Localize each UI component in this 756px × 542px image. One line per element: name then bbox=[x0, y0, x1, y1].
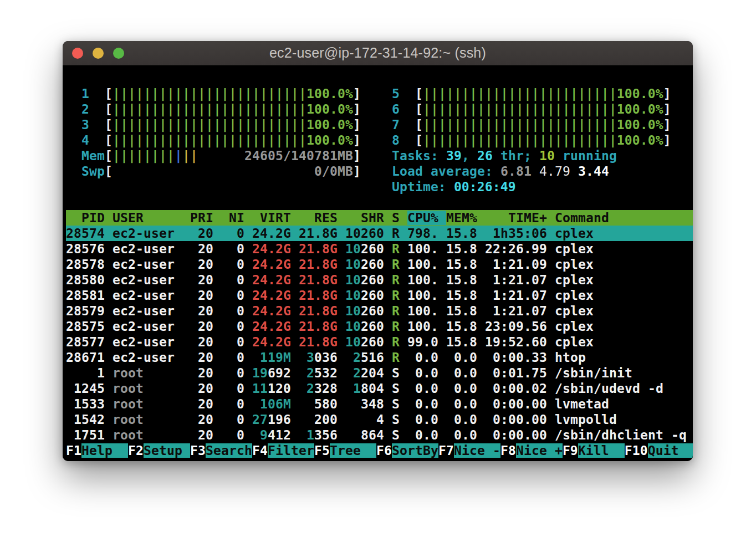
memory-meter: Mem[||||||||||| 24605/140781MB] bbox=[66, 149, 361, 163]
process-row-28671[interactable]: 28671 ec2-user 20 0 119M 3036 2516 R 0.0… bbox=[66, 350, 693, 365]
function-key-bar: F1Help F2Setup F3SearchF4FilterF5Tree F6… bbox=[66, 443, 693, 458]
column-header-cmd[interactable]: Command bbox=[555, 211, 609, 225]
fkey-action-label: Nice - bbox=[454, 443, 500, 458]
terminal-screen[interactable]: 1 [|||||||||||||||||||||||||100.0%] 5 [|… bbox=[63, 65, 693, 461]
fkey-f6-sortby[interactable]: F6SortBy bbox=[376, 443, 438, 458]
cpu-meter-1: 1 [|||||||||||||||||||||||||100.0%] bbox=[66, 86, 361, 101]
process-row-28574[interactable]: 28574 ec2-user 20 0 24.2G 21.8G 10260 R … bbox=[66, 226, 693, 241]
column-header-s[interactable]: S bbox=[392, 211, 407, 225]
process-row-1245[interactable]: 1245 root 20 0 11120 2328 1804 S 0.0 0.0… bbox=[66, 381, 693, 396]
fkey-number: F7 bbox=[438, 443, 454, 458]
fkey-action-label: Search bbox=[206, 443, 252, 458]
process-row-28579[interactable]: 28579 ec2-user 20 0 24.2G 21.8G 10260 R … bbox=[66, 303, 693, 319]
fkey-f1-help[interactable]: F1Help bbox=[66, 443, 128, 458]
column-header-res[interactable]: RES bbox=[299, 211, 345, 225]
cpu-meters-row-4-8: 4 [|||||||||||||||||||||||||100.0%] 8 [|… bbox=[66, 132, 693, 148]
cpu-meters-row-1-5: 1 [|||||||||||||||||||||||||100.0%] 5 [|… bbox=[66, 86, 693, 101]
fkey-number: F9 bbox=[563, 443, 578, 458]
fkey-number: F4 bbox=[252, 443, 268, 458]
column-header-pid[interactable]: PID bbox=[66, 211, 113, 225]
tasks-summary: Tasks: 39, 26 thr; 10 running bbox=[361, 149, 617, 163]
cpu-meter-7: 7 [|||||||||||||||||||||||||100.0%] bbox=[361, 117, 671, 132]
swap-meter-and-load: Swp[ 0/0MB] Load average: 6.81 4.79 3.44 bbox=[66, 163, 693, 179]
fkey-f4-filter[interactable]: F4Filter bbox=[252, 443, 314, 458]
cpu-meter-8: 8 [|||||||||||||||||||||||||100.0%] bbox=[361, 133, 671, 147]
cpu-meters-row-3-7: 3 [|||||||||||||||||||||||||100.0%] 7 [|… bbox=[66, 117, 693, 132]
fkey-action-label: Nice + bbox=[516, 443, 563, 458]
spacer-line bbox=[66, 195, 693, 210]
process-row-1533[interactable]: 1533 root 20 0 106M 580 348 S 0.0 0.0 0:… bbox=[66, 396, 693, 412]
fkey-action-label: Help bbox=[81, 443, 128, 458]
process-row-1751[interactable]: 1751 root 20 0 9412 1356 864 S 0.0 0.0 0… bbox=[66, 427, 693, 443]
fkey-f5-tree[interactable]: F5Tree bbox=[314, 443, 376, 458]
close-button[interactable] bbox=[72, 48, 83, 59]
cpu-meters-row-2-6: 2 [|||||||||||||||||||||||||100.0%] 6 [|… bbox=[66, 101, 693, 117]
process-row-1542[interactable]: 1542 root 20 0 27196 200 4 S 0.0 0.0 0:0… bbox=[66, 412, 693, 427]
process-row-1[interactable]: 1 root 20 0 19692 2532 2204 S 0.0 0.0 0:… bbox=[66, 365, 693, 381]
column-header-virt[interactable]: VIRT bbox=[252, 211, 299, 225]
uptime: Uptime: 00:26:49 bbox=[66, 179, 693, 195]
traffic-lights bbox=[72, 41, 124, 65]
column-header-user[interactable]: USER bbox=[113, 211, 190, 225]
fkey-number: F6 bbox=[376, 443, 392, 458]
process-row-28578[interactable]: 28578 ec2-user 20 0 24.2G 21.8G 10260 R … bbox=[66, 257, 693, 272]
memory-meter-and-tasks: Mem[||||||||||| 24605/140781MB] Tasks: 3… bbox=[66, 148, 693, 163]
fkey-action-label: Setup bbox=[144, 443, 190, 458]
fkey-action-label: Filter bbox=[268, 443, 314, 458]
process-row-28575[interactable]: 28575 ec2-user 20 0 24.2G 21.8G 10260 R … bbox=[66, 319, 693, 334]
fkey-number: F1 bbox=[66, 443, 81, 458]
cpu-meter-3: 3 [|||||||||||||||||||||||||100.0%] bbox=[66, 117, 361, 132]
fkey-number: F8 bbox=[500, 443, 516, 458]
load-average: Load average: 6.81 4.79 3.44 bbox=[361, 164, 609, 178]
cpu-meter-4: 4 [|||||||||||||||||||||||||100.0%] bbox=[66, 133, 361, 147]
process-row-28577[interactable]: 28577 ec2-user 20 0 24.2G 21.8G 10260 R … bbox=[66, 334, 693, 350]
process-row-28576[interactable]: 28576 ec2-user 20 0 24.2G 21.8G 10260 R … bbox=[66, 241, 693, 257]
column-header-cpu[interactable]: CPU% bbox=[407, 211, 446, 225]
minimize-button[interactable] bbox=[93, 48, 104, 59]
fkey-action-label: Tree bbox=[330, 443, 376, 458]
process-row-28580[interactable]: 28580 ec2-user 20 0 24.2G 21.8G 10260 R … bbox=[66, 272, 693, 288]
fkey-f8-nice+[interactable]: F8Nice + bbox=[500, 443, 563, 458]
window-title: ec2-user@ip-172-31-14-92:~ (ssh) bbox=[269, 45, 486, 61]
fkey-number: F5 bbox=[314, 443, 330, 458]
cpu-meter-6: 6 [|||||||||||||||||||||||||100.0%] bbox=[361, 102, 671, 116]
column-header-time[interactable]: TIME+ bbox=[485, 211, 555, 225]
cpu-meter-2: 2 [|||||||||||||||||||||||||100.0%] bbox=[66, 102, 361, 116]
column-header-mem[interactable]: MEM% bbox=[446, 211, 485, 225]
column-header-pri[interactable]: PRI bbox=[190, 211, 221, 225]
fkey-number: F2 bbox=[128, 443, 144, 458]
fkey-f2-setup[interactable]: F2Setup bbox=[128, 443, 190, 458]
table-header[interactable]: PID USER PRI NI VIRT RES SHR S CPU% MEM%… bbox=[66, 210, 693, 226]
fkey-number: F3 bbox=[190, 443, 206, 458]
fkey-f3-search[interactable]: F3Search bbox=[190, 443, 252, 458]
fkey-action-label: SortBy bbox=[392, 443, 438, 458]
terminal-window: ec2-user@ip-172-31-14-92:~ (ssh) 1 [||||… bbox=[63, 41, 693, 461]
fkey-f10-quit[interactable]: F10Quit bbox=[625, 443, 693, 458]
zoom-button[interactable] bbox=[113, 48, 124, 59]
fkey-action-label: Quit bbox=[648, 443, 693, 458]
fkey-f9-kill[interactable]: F9Kill bbox=[563, 443, 625, 458]
fkey-action-label: Kill bbox=[578, 443, 625, 458]
swap-meter: Swp[ 0/0MB] bbox=[66, 164, 361, 178]
title-bar[interactable]: ec2-user@ip-172-31-14-92:~ (ssh) bbox=[63, 41, 693, 65]
column-header-shr[interactable]: SHR bbox=[345, 211, 392, 225]
fkey-f7-nice-[interactable]: F7Nice - bbox=[438, 443, 500, 458]
column-header-ni[interactable]: NI bbox=[221, 211, 252, 225]
fkey-number: F10 bbox=[625, 443, 648, 458]
process-row-28581[interactable]: 28581 ec2-user 20 0 24.2G 21.8G 10260 R … bbox=[66, 288, 693, 303]
cpu-meter-5: 5 [|||||||||||||||||||||||||100.0%] bbox=[361, 86, 671, 101]
